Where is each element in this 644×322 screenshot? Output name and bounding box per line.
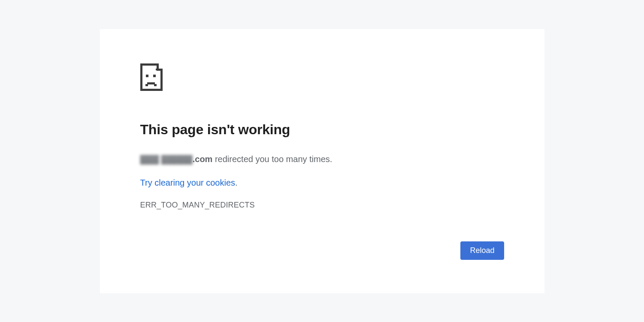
- clear-cookies-link[interactable]: Try clearing your cookies: [140, 178, 236, 187]
- svg-rect-23: [140, 89, 163, 91]
- svg-rect-32: [154, 84, 157, 86]
- message-tail: redirected you too many times.: [212, 154, 332, 164]
- error-card: This page isn't working ▓▓▓ ▓▓▓▓▓.com re…: [100, 29, 544, 293]
- sad-page-icon: [140, 63, 504, 93]
- error-heading: This page isn't working: [140, 122, 504, 138]
- svg-rect-28: [146, 75, 148, 77]
- suggestion-row: Try clearing your cookies.: [140, 178, 504, 188]
- svg-rect-26: [157, 69, 163, 71]
- svg-rect-13: [142, 70, 160, 89]
- domain-suffix: .com: [193, 154, 213, 164]
- svg-rect-30: [147, 82, 155, 84]
- error-code: ERR_TOO_MANY_REDIRECTS: [140, 201, 504, 210]
- svg-rect-24: [160, 69, 163, 91]
- svg-rect-31: [145, 84, 148, 86]
- svg-rect-27: [159, 63, 163, 69]
- domain-redacted: ▓▓▓ ▓▓▓▓▓: [140, 154, 193, 164]
- svg-rect-22: [140, 63, 142, 91]
- reload-button[interactable]: Reload: [460, 241, 504, 260]
- svg-rect-29: [153, 75, 156, 77]
- error-message: ▓▓▓ ▓▓▓▓▓.com redirected you too many ti…: [140, 153, 504, 165]
- link-period: .: [235, 178, 238, 187]
